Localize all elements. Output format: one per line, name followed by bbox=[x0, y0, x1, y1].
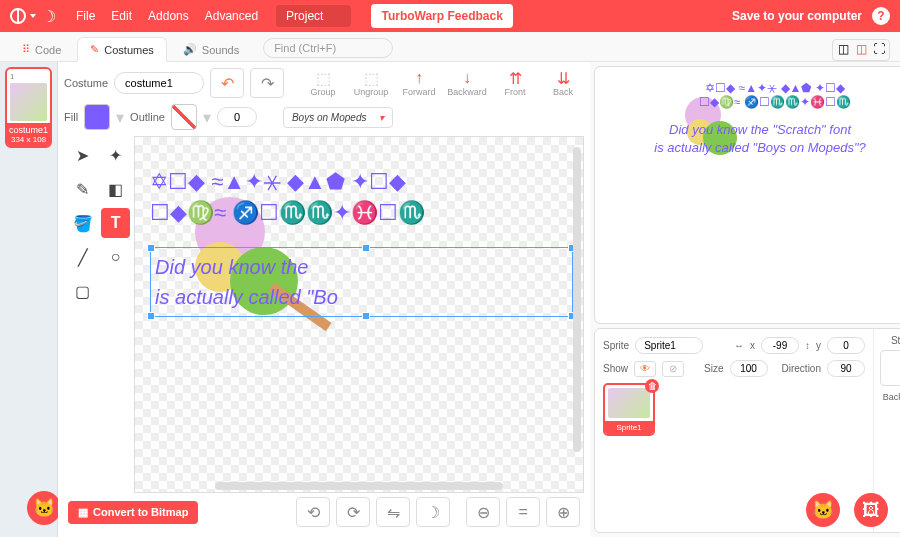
bitmap-icon: ▦ bbox=[78, 506, 88, 519]
fill-tool[interactable]: 🪣 bbox=[68, 208, 97, 238]
ungroup-button[interactable]: ⬚Ungroup bbox=[350, 69, 392, 97]
vertical-scrollbar[interactable] bbox=[573, 147, 581, 452]
flip-h-button[interactable]: ⇋ bbox=[376, 497, 410, 527]
show-label: Show bbox=[603, 363, 628, 374]
selected-text-box[interactable]: Did you know the is actually called "Bo bbox=[150, 247, 573, 317]
menu-advanced[interactable]: Advanced bbox=[205, 9, 258, 23]
brush-icon: ✎ bbox=[90, 43, 99, 56]
rect-tool[interactable]: ▢ bbox=[68, 276, 97, 306]
backdrops-label: Backdrops bbox=[880, 392, 900, 402]
costume-label: Costume bbox=[64, 77, 108, 89]
tab-costumes[interactable]: ✎Costumes bbox=[77, 37, 167, 62]
stage-label: Stage bbox=[880, 335, 900, 346]
add-costume-button[interactable]: 🐱 bbox=[27, 491, 61, 525]
hide-button[interactable]: ⊘ bbox=[662, 361, 684, 377]
rotate-right-button[interactable]: ⟳ bbox=[336, 497, 370, 527]
glyph-text: ✡☐◆ ≈▲✦⚹ ◆▲⬟ ✦☐◆ ☐◆♍≈ ♐☐♏♏✦♓☐♏ bbox=[150, 167, 425, 229]
select-tool[interactable]: ➤ bbox=[68, 140, 97, 170]
sprite-size-input[interactable] bbox=[730, 360, 768, 377]
find-input[interactable]: Find (Ctrl+F) bbox=[263, 38, 393, 58]
fill-color-picker[interactable] bbox=[84, 104, 110, 130]
zoom-reset-button[interactable]: = bbox=[506, 497, 540, 527]
fullscreen-icon[interactable]: ⛶ bbox=[871, 42, 887, 58]
sprite-thumbnail[interactable]: 🗑 Sprite1 bbox=[603, 383, 655, 436]
sprite-x-input[interactable] bbox=[761, 337, 799, 354]
drawing-canvas[interactable]: ✡☐◆ ≈▲✦⚹ ◆▲⬟ ✦☐◆ ☐◆♍≈ ♐☐♏♏✦♓☐♏ Did you k… bbox=[134, 136, 584, 493]
save-button[interactable]: Save to your computer bbox=[732, 9, 862, 23]
front-button[interactable]: ⇈Front bbox=[494, 69, 536, 97]
stage-preview[interactable]: ✡☐◆ ≈▲✦⚹ ◆▲⬟ ✦☐◆☐◆♍≈ ♐☐♏♏✦♓☐♏ Did you kn… bbox=[594, 66, 900, 324]
font-select[interactable]: Boys on Mopeds ▾ bbox=[283, 107, 393, 128]
costume-name-input[interactable] bbox=[114, 72, 204, 94]
backward-button[interactable]: ↓Backward bbox=[446, 69, 488, 97]
feedback-button[interactable]: TurboWarp Feedback bbox=[371, 4, 512, 28]
menu-addons[interactable]: Addons bbox=[148, 9, 189, 23]
circle-tool[interactable]: ○ bbox=[101, 242, 130, 272]
eraser-tool[interactable]: ◧ bbox=[101, 174, 130, 204]
direction-label: Direction bbox=[782, 363, 821, 374]
fill-label: Fill bbox=[64, 111, 78, 123]
small-stage-icon[interactable]: ◫ bbox=[835, 42, 851, 58]
project-title-input[interactable]: Project bbox=[276, 5, 351, 27]
sprite-direction-input[interactable] bbox=[827, 360, 865, 377]
caret-down-icon bbox=[30, 14, 36, 18]
outline-label: Outline bbox=[130, 111, 165, 123]
text-tool[interactable]: T bbox=[101, 208, 130, 238]
sprite-y-input[interactable] bbox=[827, 337, 865, 354]
globe-icon[interactable] bbox=[10, 8, 26, 24]
group-button[interactable]: ⬚Group bbox=[302, 69, 344, 97]
zoom-out-button[interactable]: ⊖ bbox=[466, 497, 500, 527]
sprite-name-input[interactable] bbox=[635, 337, 703, 354]
delete-sprite-icon[interactable]: 🗑 bbox=[645, 379, 659, 393]
menu-file[interactable]: File bbox=[76, 9, 95, 23]
undo-button[interactable]: ↶ bbox=[210, 68, 244, 98]
size-label: Size bbox=[704, 363, 723, 374]
back-button[interactable]: ⇊Back bbox=[542, 69, 584, 97]
turbowarp-logo[interactable]: ☽ bbox=[42, 7, 56, 26]
menu-edit[interactable]: Edit bbox=[111, 9, 132, 23]
rotate-left-button[interactable]: ⟲ bbox=[296, 497, 330, 527]
reshape-tool[interactable]: ✦ bbox=[101, 140, 130, 170]
add-backdrop-button[interactable]: 🖼 bbox=[854, 493, 888, 527]
tab-sounds[interactable]: 🔊Sounds bbox=[171, 38, 251, 61]
help-icon[interactable]: ? bbox=[872, 7, 890, 25]
show-button[interactable]: 👁 bbox=[634, 361, 656, 377]
brush-tool[interactable]: ✎ bbox=[68, 174, 97, 204]
sound-icon: 🔊 bbox=[183, 43, 197, 56]
redo-button[interactable]: ↷ bbox=[250, 68, 284, 98]
convert-bitmap-button[interactable]: ▦Convert to Bitmap bbox=[68, 501, 198, 524]
outline-width-input[interactable]: 0 bbox=[217, 107, 257, 127]
flip-v-button[interactable]: ☽ bbox=[416, 497, 450, 527]
code-icon: ⠿ bbox=[22, 43, 30, 56]
zoom-in-button[interactable]: ⊕ bbox=[546, 497, 580, 527]
line-tool[interactable]: ╱ bbox=[68, 242, 97, 272]
tab-code[interactable]: ⠿Code bbox=[10, 38, 73, 61]
horizontal-scrollbar[interactable] bbox=[215, 482, 503, 490]
outline-color-picker[interactable] bbox=[171, 104, 197, 130]
sprite-label: Sprite bbox=[603, 340, 629, 351]
costume-thumbnail[interactable]: 1 costume1334 x 108 bbox=[5, 67, 52, 148]
add-sprite-button[interactable]: 🐱 bbox=[806, 493, 840, 527]
large-stage-icon[interactable]: ◫ bbox=[853, 42, 869, 58]
thumbnail-image bbox=[10, 83, 47, 121]
forward-button[interactable]: ↑Forward bbox=[398, 69, 440, 97]
backdrop-thumbnail[interactable] bbox=[880, 350, 900, 386]
